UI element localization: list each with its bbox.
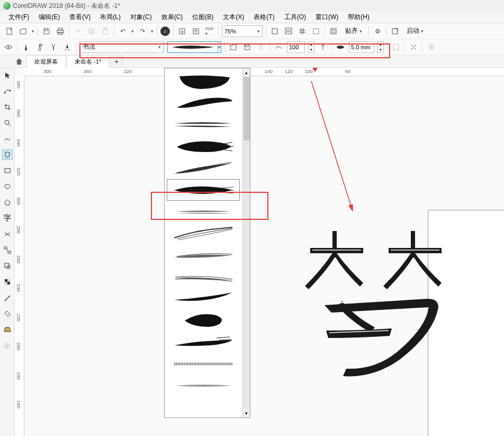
polygon-tool-icon[interactable] [2,197,13,208]
tab-document[interactable]: 未命名 -1* [67,55,109,68]
brush-option[interactable] [167,331,240,353]
scroll-up-icon[interactable]: ▴ [243,68,250,77]
paste-icon[interactable] [100,26,111,37]
redo-dropdown-icon[interactable]: ▾ [151,29,154,34]
brush-option[interactable] [167,114,240,136]
open-dropdown-icon[interactable]: ▾ [32,29,34,34]
freehand-icon[interactable] [21,42,31,52]
freehand-tool-icon[interactable] [2,134,13,144]
show-rulers-icon[interactable] [283,26,294,37]
export-icon[interactable] [191,26,201,37]
search-icon[interactable]: ⌕ [160,26,170,36]
zoom-value[interactable] [224,28,255,34]
add-icon[interactable]: ⊕ [426,42,436,52]
stroke-dropdown-arrow[interactable]: ▾ [218,42,221,52]
menu-window[interactable]: 窗口(W) [311,12,343,23]
menu-view[interactable]: 查看(V) [65,12,95,23]
scroll-down-icon[interactable]: ▾ [243,409,250,417]
bounding-box-icon[interactable] [391,42,401,52]
show-guides-icon[interactable] [311,26,321,37]
menu-edit[interactable]: 编辑(E) [34,12,64,23]
direction-icon[interactable] [318,42,328,52]
brush-option[interactable] [167,288,240,309]
add-tab-button[interactable]: + [110,56,123,67]
menu-text[interactable]: 文本(X) [219,12,248,23]
menu-bitmap[interactable]: 位图(B) [188,12,218,23]
rectangle-tool-icon[interactable] [2,165,13,176]
brush-list-scrollbar[interactable]: ▴ ▾ [242,68,250,417]
options-icon[interactable]: ⚙ [372,26,383,37]
new-icon[interactable] [4,26,15,37]
connector-tool-icon[interactable] [2,245,13,255]
brush-option[interactable] [167,70,240,92]
save-icon[interactable] [41,26,52,37]
shape-tool-icon[interactable] [2,86,13,96]
undo-icon[interactable]: ↶ [118,26,128,37]
width-spinner[interactable]: ▴▾ [377,41,384,53]
menu-effect[interactable]: 效果(C) [157,12,187,23]
import-icon[interactable] [177,26,187,37]
ellipse-tool-icon[interactable] [2,181,13,192]
home-icon[interactable] [15,57,23,66]
preset-icon[interactable] [3,42,14,52]
brush-option[interactable] [167,201,240,223]
canvas[interactable]: 300 260 220 180 140 120 100 60 380 360 3… [15,68,504,436]
smoothing-spinner[interactable]: ▴▾ [308,41,314,53]
drop-shadow-tool-icon[interactable] [2,261,13,271]
launch-app-icon[interactable] [390,26,400,37]
menu-table[interactable]: 表格(T) [249,12,278,23]
crop-tool-icon[interactable] [2,102,13,112]
smoothing-input[interactable] [287,41,305,53]
redo-icon[interactable]: ↷ [137,26,148,37]
brush-option[interactable] [167,157,240,179]
pick-tool-icon[interactable] [2,70,13,81]
snap-settings-icon[interactable] [328,26,339,37]
text-tool-icon[interactable]: 字 [2,213,13,224]
scrollbar-thumb[interactable] [244,77,250,140]
stroke-width-input[interactable] [349,41,374,53]
pdf-icon[interactable]: PDF▾ [204,26,215,37]
transparency-tool-icon[interactable] [2,277,13,287]
print-icon[interactable] [55,26,66,37]
brush-option[interactable] [167,223,240,244]
brush-stroke-combo[interactable]: ▾ [167,41,221,53]
brush-option[interactable] [167,244,240,266]
show-grid-icon[interactable] [297,26,308,37]
menu-tools[interactable]: 工具(O) [280,12,310,23]
brush-option[interactable] [167,353,240,375]
brush-option[interactable] [167,136,240,157]
menu-object[interactable]: 对象(C) [126,12,156,23]
brush-option-selected[interactable] [167,179,240,201]
parallel-dim-tool-icon[interactable] [2,229,13,239]
fill-tool-icon[interactable] [2,308,13,319]
outline-tool-icon[interactable] [2,324,13,335]
scale-stroke-icon[interactable] [408,42,419,52]
zoom-tool-icon[interactable] [2,118,13,128]
brush-icon[interactable] [48,42,59,52]
browse-folder-icon[interactable] [228,42,239,52]
save-stroke-icon[interactable] [242,42,253,52]
sprayer-icon[interactable] [62,42,73,52]
delete-icon[interactable] [256,42,266,52]
eyedropper-tool-icon[interactable] [2,292,13,303]
copy-icon[interactable] [86,26,97,37]
undo-dropdown-icon[interactable]: ▾ [131,29,134,34]
artistic-media-icon[interactable] [34,42,45,52]
menu-layout[interactable]: 布局(L) [96,12,125,23]
fullscreen-icon[interactable] [269,26,280,37]
cut-icon[interactable]: ✂ [73,26,83,37]
menu-file[interactable]: 文件(F) [4,12,33,23]
brush-category-combo[interactable]: 书法 ▾ [79,41,164,53]
brush-option[interactable] [167,375,240,396]
brush-option[interactable] [167,92,240,114]
brush-option[interactable] [167,266,240,288]
brush-option[interactable] [167,309,240,331]
open-icon[interactable] [18,26,29,37]
snap-button[interactable]: 贴齐 ▾ [342,25,365,37]
launch-button[interactable]: 启动 ▾ [403,25,427,37]
expand-toolbox-icon[interactable]: ⊕ [2,340,13,351]
menu-help[interactable]: 帮助(H) [344,12,374,23]
tab-welcome[interactable]: 欢迎屏幕 [26,55,66,68]
artistic-media-tool-icon[interactable] [2,149,13,160]
zoom-combo[interactable]: ▾ [222,25,263,37]
